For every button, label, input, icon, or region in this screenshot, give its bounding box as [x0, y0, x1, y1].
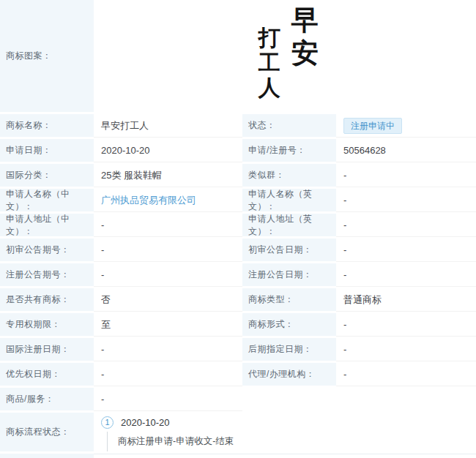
field-label: 国际分类：	[0, 164, 94, 187]
field-label-flow-status: 商标流程状态：	[0, 413, 94, 451]
flow-step-number: 1	[101, 416, 114, 429]
table-row: 申请人名称（中文）：广州执品贸易有限公司申请人名称（英文）：-	[0, 189, 476, 214]
next-row-partial	[0, 454, 476, 458]
field-value: -	[94, 363, 242, 386]
field-value: -	[336, 363, 476, 386]
field-label: 优先权日期：	[0, 363, 94, 386]
flow-step-head: 1 2020-10-20	[101, 415, 476, 430]
table-row: 商标名称：早安打工人状态：注册申请中	[0, 114, 476, 139]
field-label: 代理/办理机构：	[242, 363, 336, 386]
table-row: 优先权日期：-代理/办理机构：-	[0, 363, 476, 388]
status-badge: 注册申请中	[343, 118, 402, 134]
field-value: -	[336, 189, 476, 212]
field-value: -	[336, 164, 476, 187]
table-row: 申请日期：2020-10-20申请/注册号：50564628	[0, 139, 476, 164]
trademark-art-column-right: 早安	[289, 4, 321, 100]
field-label: 商标形式：	[242, 313, 336, 336]
table-row: 申请人地址（中文）：-申请人地址（英文）：-	[0, 214, 476, 239]
field-value: -	[94, 263, 242, 287]
field-label: 注册公告期号：	[0, 263, 94, 286]
field-value	[336, 388, 476, 411]
field-label: 是否共有商标：	[0, 288, 94, 311]
field-label: 申请人名称（中文）：	[0, 189, 94, 211]
field-value: 2020-10-20	[94, 139, 242, 162]
field-rows: 商标名称：早安打工人状态：注册申请中申请日期：2020-10-20申请/注册号：…	[0, 114, 476, 413]
field-value: 至	[94, 313, 242, 337]
field-value: 普通商标	[336, 288, 476, 312]
field-value: -	[94, 239, 242, 262]
table-row: 专用权期限：至商标形式：-	[0, 313, 476, 338]
next-row-label-stub	[0, 454, 94, 458]
field-value: 早安打工人	[94, 114, 242, 138]
field-label-trademark-image: 商标图案：	[0, 0, 94, 112]
field-label: 初审公告日期：	[242, 239, 336, 261]
field-label: 商标类型：	[242, 288, 336, 311]
flow-timeline: 1 2020-10-20 商标注册申请-申请收文-结束	[94, 413, 476, 451]
field-label: 后期指定日期：	[242, 338, 336, 361]
flow-status-row: 商标流程状态： 1 2020-10-20 商标注册申请-申请收文-结束	[0, 413, 476, 454]
field-label: 申请/注册号：	[242, 139, 336, 162]
table-row: 是否共有商标：否商标类型：普通商标	[0, 288, 476, 313]
field-value: -	[94, 388, 242, 411]
field-value: -	[336, 263, 476, 287]
field-value: -	[336, 313, 476, 337]
field-label: 状态：	[242, 114, 336, 137]
field-label: 专用权期限：	[0, 313, 94, 336]
table-row: 国际分类：25类 服装鞋帽类似群：-	[0, 164, 476, 189]
field-value: 25类 服装鞋帽	[94, 164, 242, 187]
trademark-image-cell: 打工人 早安	[94, 0, 476, 112]
field-value: -	[336, 338, 476, 361]
field-label: 商品/服务：	[0, 388, 94, 410]
trademark-image: 打工人 早安	[256, 4, 320, 100]
field-value: 注册申请中	[336, 114, 476, 138]
table-row: 注册公告期号：-注册公告日期：-	[0, 263, 476, 288]
table-row: 国际注册日期：-后期指定日期：-	[0, 338, 476, 363]
field-label	[242, 388, 336, 411]
field-label: 注册公告日期：	[242, 263, 336, 286]
trademark-image-row: 商标图案： 打工人 早安	[0, 0, 476, 114]
field-value: 50564628	[336, 139, 476, 162]
trademark-art-column-left: 打工人	[256, 26, 282, 100]
field-label: 初审公告期号：	[0, 239, 94, 261]
table-row: 初审公告期号：-初审公告日期：-	[0, 239, 476, 263]
flow-step-description: 商标注册申请-申请收文-结束	[107, 432, 476, 451]
field-value: 广州执品贸易有限公司	[94, 189, 242, 212]
field-value: -	[94, 214, 242, 237]
flow-step-date: 2020-10-20	[121, 417, 170, 428]
applicant-name-link[interactable]: 广州执品贸易有限公司	[101, 194, 196, 207]
field-value: -	[336, 239, 476, 262]
field-label: 申请日期：	[0, 139, 94, 162]
field-label: 商标名称：	[0, 114, 94, 137]
field-label: 类似群：	[242, 164, 336, 187]
table-row: 商品/服务：-	[0, 388, 476, 413]
field-label: 国际注册日期：	[0, 338, 94, 361]
field-value: -	[336, 214, 476, 237]
field-value: -	[94, 338, 242, 361]
field-label: 申请人名称（英文）：	[242, 189, 336, 211]
field-label: 申请人地址（中文）：	[0, 214, 94, 236]
trademark-detail-page: 商标图案： 打工人 早安 商标名称：早安打工人状态：注册申请中申请日期：2020…	[0, 0, 476, 458]
next-row-value-stub	[94, 454, 476, 458]
field-label: 申请人地址（英文）：	[242, 214, 336, 236]
field-value: 否	[94, 288, 242, 312]
